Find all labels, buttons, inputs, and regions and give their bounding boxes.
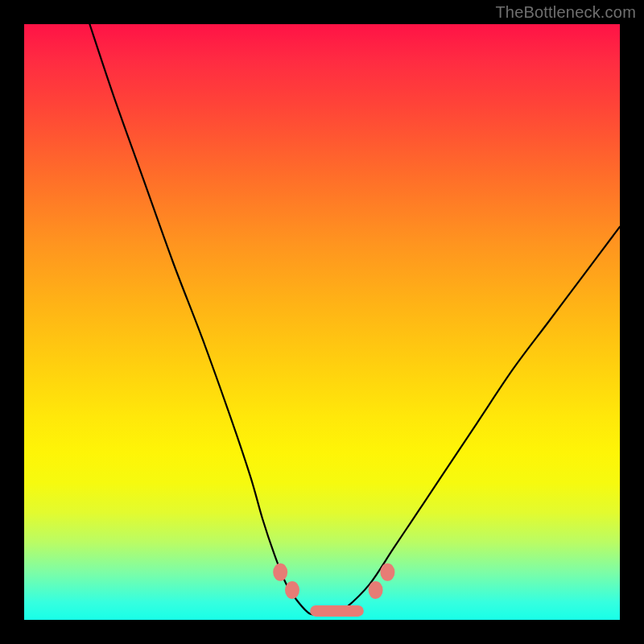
watermark-text: TheBottleneck.com (495, 3, 636, 22)
marker-bar (310, 605, 364, 617)
marker-point (380, 564, 394, 581)
marker-point (273, 564, 287, 581)
plot-area (24, 24, 620, 620)
curve-layer (24, 24, 620, 620)
chart-frame: TheBottleneck.com (0, 0, 644, 644)
marker-point (369, 581, 383, 599)
bottleneck-curve (89, 24, 620, 615)
marker-layer (273, 564, 394, 617)
marker-point (285, 581, 299, 599)
